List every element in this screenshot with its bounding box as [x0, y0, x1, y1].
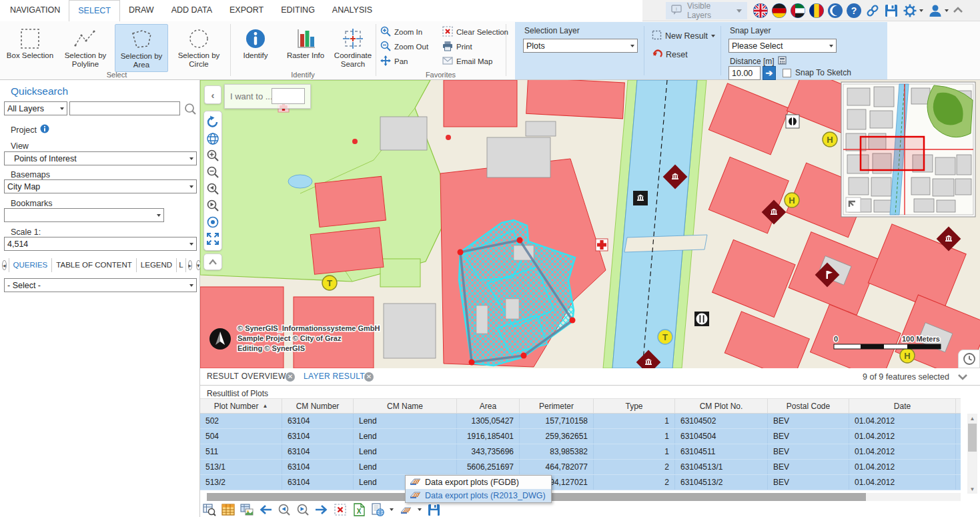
bookmarks-dropdown[interactable] — [4, 208, 164, 222]
snap-to-sketch-checkbox[interactable] — [783, 69, 791, 77]
clear-selection-button[interactable]: Clear Selection — [442, 26, 508, 38]
zoom-in-icon[interactable] — [205, 147, 221, 163]
header-cell[interactable]: Plot Number▲ — [200, 399, 282, 413]
header-cell[interactable]: CM Plot No. — [675, 399, 768, 413]
refresh-icon[interactable] — [205, 113, 221, 130]
tab-queries[interactable]: QUERIES — [9, 258, 53, 272]
new-result-button[interactable]: New Result — [652, 30, 715, 42]
coordinate-search-button[interactable]: Coordinate Search — [332, 24, 374, 72]
full-extent-icon[interactable] — [205, 230, 221, 247]
table-horizontal-scrollbar[interactable] — [207, 493, 961, 501]
zoom-to-table-icon[interactable] — [203, 503, 216, 516]
table-icon[interactable] — [221, 503, 235, 516]
zoom-in-button[interactable]: Zoom In — [380, 26, 422, 38]
clear-selection-icon[interactable] — [334, 503, 347, 516]
table-vertical-scrollbar[interactable]: ▲ ▼ — [967, 414, 977, 494]
overview-collapse-icon[interactable] — [846, 197, 861, 212]
selection-layer-dropdown[interactable]: Plots — [523, 39, 638, 53]
header-cell[interactable]: CM Number — [282, 399, 354, 413]
header-cell[interactable]: Perimeter — [520, 399, 594, 413]
report-icon[interactable] — [371, 503, 384, 516]
apply-distance-button[interactable]: ➔ — [763, 66, 776, 80]
overview-extent-box[interactable] — [861, 137, 924, 170]
menu-tab-draw[interactable]: DRAW — [120, 0, 163, 21]
close-icon[interactable]: ✕ — [364, 372, 374, 382]
map-canvas[interactable]: T T H H H — [200, 80, 980, 368]
overview-map-inset[interactable] — [841, 82, 975, 217]
next-result-icon[interactable] — [296, 503, 310, 516]
snap-layer-dropdown[interactable]: Please Select — [728, 39, 837, 53]
distance-input[interactable]: 10.00 — [728, 66, 761, 80]
panel-expand-icon[interactable] — [957, 373, 968, 383]
table-row[interactable]: 513/263104Lend94,127021263104513/2BEV01.… — [200, 475, 961, 490]
zoom-out-button[interactable]: Zoom Out — [380, 41, 428, 53]
selection-by-area-button[interactable]: Selection by Area — [115, 24, 168, 72]
next-extent-icon[interactable] — [205, 197, 221, 213]
context-menu-item[interactable]: Data export plots (R2013_DWG) — [406, 489, 551, 502]
quicksearch-input[interactable] — [69, 101, 180, 115]
link-icon[interactable] — [865, 3, 881, 19]
tabs-scroll-right-icon[interactable]: ▸ — [188, 260, 193, 270]
export-caret-icon[interactable] — [418, 508, 422, 511]
header-cell[interactable]: Type — [594, 399, 675, 413]
identify-button[interactable]: Identify — [235, 24, 276, 72]
menu-tab-analysis[interactable]: ANALYSIS — [324, 0, 381, 21]
flag-uae-icon[interactable] — [790, 3, 806, 19]
i-want-to-widget[interactable]: I want to ... — [224, 84, 311, 109]
visible-layers-button[interactable]: i Visible Layers — [666, 2, 747, 19]
prev-result-icon[interactable] — [278, 503, 291, 516]
table-row[interactable]: 513/163104Lend5606,251697464,78207726310… — [200, 460, 961, 475]
previous-extent-icon[interactable] — [205, 180, 221, 197]
tab-table-of-content[interactable]: TABLE OF CONTENT — [52, 258, 137, 272]
menu-tab-select[interactable]: SELECT — [69, 0, 120, 21]
map-toolbar-collapse-icon[interactable] — [203, 253, 222, 270]
gear-caret-icon[interactable] — [919, 9, 923, 12]
context-menu-item[interactable]: Data export plots (FGDB) — [406, 476, 551, 489]
report-caret-icon[interactable] — [390, 508, 394, 511]
table-row[interactable]: 51163104Lend343,73569683,985382163104511… — [200, 444, 961, 460]
tab-layer-result[interactable]: LAYER RESULT — [304, 372, 365, 381]
header-cell[interactable]: Date — [849, 399, 956, 413]
table-row[interactable]: 50263104Lend1305,05427157,71015816310450… — [200, 414, 961, 429]
gear-icon[interactable] — [902, 3, 918, 19]
tab-legend[interactable]: LEGEND — [137, 258, 177, 272]
tab-truncated[interactable]: L — [177, 258, 185, 272]
flag-germany-icon[interactable] — [771, 3, 787, 19]
user-caret-icon[interactable] — [945, 9, 949, 12]
data-export-icon[interactable] — [399, 503, 412, 516]
scroll-down-icon[interactable]: ▼ — [967, 484, 977, 494]
print-button[interactable]: Print — [442, 41, 472, 53]
scrollbar-thumb[interactable] — [968, 424, 977, 452]
scroll-up-icon[interactable]: ▲ — [967, 414, 977, 423]
save-icon[interactable] — [883, 3, 899, 19]
email-map-button[interactable]: Email Map — [442, 55, 492, 67]
selection-by-polyline-button[interactable]: Selection by Polyline — [59, 24, 112, 72]
excel-export-icon[interactable]: X — [352, 503, 366, 516]
table-copy-icon[interactable] — [240, 503, 254, 516]
arrow-right-icon[interactable] — [315, 503, 328, 516]
quicksearch-layer-dropdown[interactable]: All Layers — [4, 101, 67, 115]
flag-romania-icon[interactable] — [809, 3, 825, 19]
basemaps-dropdown[interactable]: City Map — [4, 179, 197, 193]
menu-tab-navigation[interactable]: NAVIGATION — [1, 0, 69, 21]
raster-info-button[interactable]: Raster Info — [280, 24, 331, 72]
menu-tab-add-data[interactable]: ADD DATA — [163, 0, 221, 21]
time-slider-button[interactable] — [958, 350, 980, 368]
crescent-icon[interactable] — [827, 3, 843, 19]
search-icon[interactable] — [184, 103, 197, 117]
table-row[interactable]: 50463104Lend1916,185401259,3626511631045… — [200, 429, 961, 444]
view-dropdown[interactable]: Points of Interest — [4, 151, 197, 165]
header-cell[interactable]: Postal Code — [768, 399, 849, 413]
tab-result-overview[interactable]: RESULT OVERVIEW — [207, 372, 286, 381]
calculator-icon[interactable] — [778, 56, 787, 67]
reset-button[interactable]: Reset — [652, 49, 688, 61]
tabs-scroll-left-icon[interactable]: ◂ — [2, 260, 7, 270]
selection-by-circle-button[interactable]: Selection by Circle — [172, 24, 225, 72]
save-result-icon[interactable] — [427, 503, 440, 516]
user-icon[interactable] — [927, 3, 943, 19]
menu-tab-export[interactable]: EXPORT — [221, 0, 272, 21]
arrow-left-icon[interactable] — [259, 503, 272, 516]
menu-tab-editing[interactable]: EDITING — [272, 0, 324, 21]
globe-icon[interactable] — [205, 130, 221, 147]
header-cell[interactable]: Area — [457, 399, 520, 413]
